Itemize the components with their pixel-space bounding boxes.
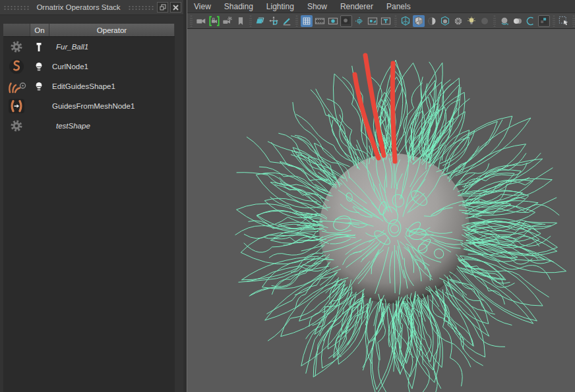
xray-active-icon[interactable] bbox=[525, 15, 537, 27]
float-window-icon bbox=[160, 4, 166, 11]
gate-mask-icon[interactable] bbox=[340, 15, 352, 27]
safe-title-icon[interactable] bbox=[380, 15, 392, 27]
ornatrix-maya-window: Ornatrix Operators Stack On Operator Fur bbox=[0, 0, 575, 392]
toolbar-grip-handle[interactable] bbox=[394, 16, 397, 26]
shape-gear-icon bbox=[3, 119, 30, 133]
close-panel-button[interactable] bbox=[170, 2, 181, 13]
toolbar-grip-handle[interactable] bbox=[572, 16, 575, 26]
shape-gear-icon bbox=[3, 40, 30, 54]
operator-name: CurlNode1 bbox=[48, 63, 175, 70]
grid-icon[interactable] bbox=[301, 15, 313, 27]
operator-row-fur_ball1[interactable]: Fur_Ball1 bbox=[3, 37, 175, 57]
operator-name: testShape bbox=[48, 122, 175, 130]
toolbar-grip-handle[interactable] bbox=[493, 16, 496, 26]
drag-handle-dots-left[interactable] bbox=[3, 5, 29, 11]
wireframe-icon[interactable] bbox=[400, 15, 411, 27]
safe-action-icon[interactable] bbox=[367, 15, 378, 27]
menu-panels[interactable]: Panels bbox=[380, 0, 417, 13]
grease-pencil-icon[interactable] bbox=[281, 15, 293, 27]
camera-lock-icon[interactable] bbox=[208, 15, 220, 27]
film-gate-icon[interactable] bbox=[314, 15, 326, 27]
operator-table-header: On Operator bbox=[3, 24, 175, 37]
panel-titlebar[interactable]: Ornatrix Operators Stack bbox=[0, 0, 183, 15]
select-highlight-icon[interactable] bbox=[558, 15, 570, 27]
guides-from-mesh-icon bbox=[3, 98, 30, 114]
menu-view[interactable]: View bbox=[187, 0, 218, 13]
viewport-menubar: ViewShadingLightingShowRendererPanels bbox=[187, 0, 575, 13]
lights-icon[interactable] bbox=[466, 15, 477, 27]
image-plane-icon[interactable] bbox=[255, 15, 266, 27]
bookmark-icon[interactable] bbox=[235, 15, 247, 27]
bulb-toggle-icon[interactable] bbox=[30, 61, 48, 72]
smooth-shade-icon[interactable] bbox=[413, 15, 425, 27]
camera-icon[interactable] bbox=[195, 15, 207, 27]
close-icon bbox=[173, 5, 179, 11]
bulb-toggle-icon[interactable] bbox=[30, 81, 48, 92]
operator-row-curlnode1[interactable]: CurlNode1 bbox=[3, 57, 175, 76]
operator-name: Fur_Ball1 bbox=[48, 43, 175, 51]
ornatrix-operators-stack-panel: Ornatrix Operators Stack On Operator Fur bbox=[0, 0, 183, 392]
column-header-on: On bbox=[30, 24, 49, 36]
panel-title: Ornatrix Operators Stack bbox=[32, 3, 124, 11]
column-header-icon bbox=[3, 24, 30, 36]
occlusion-icon[interactable] bbox=[479, 15, 491, 27]
exposure-icon[interactable] bbox=[538, 15, 550, 27]
float-panel-button[interactable] bbox=[157, 2, 168, 13]
isolate-select-icon[interactable] bbox=[499, 15, 510, 27]
toolbar-grip-handle[interactable] bbox=[249, 16, 252, 26]
column-header-operator: Operator bbox=[49, 24, 175, 36]
marker-toggle-icon[interactable] bbox=[30, 42, 48, 53]
drag-handle-dots-right[interactable] bbox=[128, 5, 154, 11]
menu-lighting[interactable]: Lighting bbox=[260, 0, 301, 13]
shadows-icon[interactable] bbox=[452, 15, 464, 27]
operator-name: GuidesFromMeshNode1 bbox=[48, 102, 175, 110]
operator-stack-table: On Operator Fur_Ball1CurlNode1EditGuides… bbox=[3, 24, 175, 392]
operator-row-testshape[interactable]: testShape bbox=[3, 116, 175, 136]
operator-row-guidesfrommeshnode1[interactable]: GuidesFromMeshNode1 bbox=[3, 96, 175, 116]
operator-name: EditGuidesShape1 bbox=[48, 82, 175, 90]
menu-show[interactable]: Show bbox=[301, 0, 334, 13]
use-default-material-icon[interactable] bbox=[439, 15, 451, 27]
viewport-toolbar bbox=[187, 13, 575, 29]
operator-row-editguidesshape1[interactable]: EditGuidesShape1 bbox=[3, 76, 175, 96]
menu-shading[interactable]: Shading bbox=[218, 0, 260, 13]
menu-renderer[interactable]: Renderer bbox=[334, 0, 380, 13]
resolution-gate-icon[interactable] bbox=[327, 15, 339, 27]
curl-icon bbox=[3, 59, 30, 74]
viewport-canvas[interactable] bbox=[187, 29, 575, 392]
xray-icon[interactable] bbox=[512, 15, 524, 27]
toolbar-grip-handle[interactable] bbox=[553, 16, 555, 26]
pan-zoom-icon[interactable] bbox=[268, 15, 280, 27]
toolbar-grip-handle[interactable] bbox=[295, 16, 298, 26]
textured-icon[interactable] bbox=[426, 15, 438, 27]
edit-guides-icon bbox=[3, 78, 30, 94]
field-chart-icon[interactable] bbox=[353, 15, 365, 27]
toolbar-grip-handle[interactable] bbox=[190, 16, 193, 26]
camera-settings-icon[interactable] bbox=[222, 15, 233, 27]
fur-ball-render bbox=[187, 29, 575, 392]
operator-rows: Fur_Ball1CurlNode1EditGuidesShape1Guides… bbox=[3, 37, 175, 136]
maya-viewport-panel: ViewShadingLightingShowRendererPanels bbox=[187, 0, 575, 392]
